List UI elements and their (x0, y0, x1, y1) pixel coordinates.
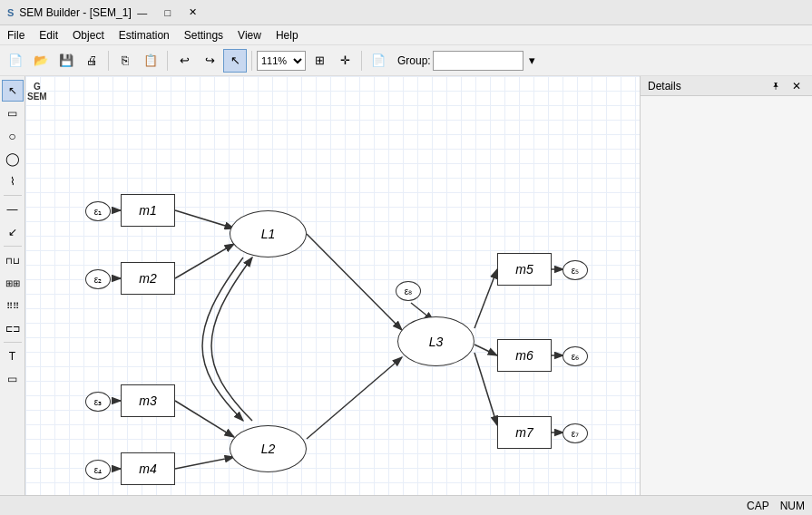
statusbar: CAP NUM (0, 495, 812, 515)
new-button[interactable]: 📄 (4, 49, 27, 73)
print-button[interactable]: 🖨 (80, 49, 103, 73)
menu-item-estimation[interactable]: Estimation (112, 25, 177, 44)
image-tool[interactable]: ▭ (2, 368, 24, 390)
node-e3[interactable]: ε₃ (85, 392, 111, 412)
toolbar-sep1 (108, 51, 109, 71)
node-m5[interactable]: m5 (497, 253, 552, 286)
node-m2[interactable]: m2 (121, 262, 175, 295)
minimize-button[interactable]: — (132, 4, 153, 22)
menu-item-file[interactable]: File (0, 25, 32, 44)
menubar: FileEditObjectEstimationSettingsViewHelp (0, 25, 812, 45)
node-m4[interactable]: m4 (121, 452, 175, 485)
split-tool[interactable]: ⊏⊐ (2, 317, 24, 339)
node-e8[interactable]: ε₈ (396, 281, 421, 301)
cap-status: CAP (747, 500, 769, 512)
rectangle-tool[interactable]: ▭ (2, 102, 24, 124)
path-tool[interactable]: ⌇ (2, 170, 24, 192)
canvas-area[interactable]: G SEM (25, 76, 640, 495)
node-m7[interactable]: m7 (497, 416, 552, 449)
details-title: Details (648, 80, 681, 92)
undo-button[interactable]: ↩ (172, 49, 196, 73)
circle-tool[interactable]: ◯ (2, 148, 24, 170)
ellipse-tool[interactable]: ○ (2, 125, 24, 147)
menu-item-help[interactable]: Help (269, 25, 306, 44)
group-dropdown[interactable]: ▾ (525, 49, 540, 73)
redo-button[interactable]: ↪ (198, 49, 221, 73)
zoom-select[interactable]: 111% 100% 75% 50% (257, 51, 306, 71)
line-tool[interactable]: — (2, 199, 24, 220)
node-L1[interactable]: L1 (230, 210, 307, 258)
title-text: SEM Builder - [SEM_1] (19, 6, 131, 19)
gsem-label: G SEM (27, 82, 47, 102)
paste-button[interactable]: 📋 (139, 49, 162, 73)
toolbar-sep2 (167, 51, 168, 71)
lt-sep1 (4, 195, 22, 196)
titlebar: S SEM Builder - [SEM_1] — □ ✕ (0, 0, 812, 25)
menu-item-edit[interactable]: Edit (32, 25, 65, 44)
node-e5[interactable]: ε₅ (563, 260, 588, 280)
app-icon: S (7, 7, 14, 18)
node-e4[interactable]: ε₄ (85, 460, 111, 480)
node-m1[interactable]: m1 (121, 194, 175, 227)
dots-tool[interactable]: ⠿⠿ (2, 295, 24, 316)
node-m3[interactable]: m3 (121, 384, 175, 417)
details-pin-button[interactable]: 🖈 (768, 81, 785, 92)
select-button[interactable]: ↖ (223, 49, 247, 73)
maximize-button[interactable]: □ (157, 4, 179, 22)
copy-button[interactable]: ⎘ (113, 49, 137, 73)
network-tool[interactable]: ⊓⊔ (2, 249, 24, 271)
cursor-tool[interactable]: ↖ (2, 80, 24, 102)
details-content (641, 96, 812, 495)
arrow-tool[interactable]: ↙ (2, 221, 24, 243)
node-L2[interactable]: L2 (230, 425, 307, 472)
lt-sep3 (4, 342, 22, 343)
open-button[interactable]: 📂 (29, 49, 53, 73)
menu-item-object[interactable]: Object (65, 25, 112, 44)
save-button[interactable]: 💾 (54, 49, 78, 73)
details-panel: Details 🖈 ✕ (640, 76, 812, 495)
details-header: Details 🖈 ✕ (641, 76, 812, 96)
node-e7[interactable]: ε₇ (563, 423, 588, 443)
node-m6[interactable]: m6 (497, 339, 552, 372)
left-toolbar: ↖ ▭ ○ ◯ ⌇ — ↙ ⊓⊔ ⊞⊞ ⠿⠿ ⊏⊐ T ▭ (0, 76, 25, 495)
properties-button[interactable]: 📄 (367, 49, 390, 73)
node-e2[interactable]: ε₂ (85, 269, 111, 289)
group-label: Group: (397, 54, 431, 67)
crosshair-button[interactable]: ✛ (333, 49, 357, 73)
grid-tool[interactable]: ⊞⊞ (2, 272, 24, 294)
node-e1[interactable]: ε₁ (85, 201, 111, 221)
toolbar: 📄 📂 💾 🖨 ⎘ 📋 ↩ ↪ ↖ 111% 100% 75% 50% ⊞ ✛ … (0, 45, 812, 76)
node-e6[interactable]: ε₆ (563, 346, 588, 366)
details-close-button[interactable]: ✕ (788, 80, 805, 92)
toolbar-sep4 (361, 51, 362, 71)
main-area: ↖ ▭ ○ ◯ ⌇ — ↙ ⊓⊔ ⊞⊞ ⠿⠿ ⊏⊐ T ▭ G SEM (0, 76, 812, 495)
menu-item-view[interactable]: View (230, 25, 269, 44)
text-tool[interactable]: T (2, 345, 24, 367)
node-L3[interactable]: L3 (397, 316, 474, 366)
close-button[interactable]: ✕ (182, 4, 204, 22)
toolbar-sep3 (251, 51, 252, 71)
lt-sep2 (4, 246, 22, 247)
group-input[interactable] (433, 51, 523, 71)
fit-button[interactable]: ⊞ (308, 49, 331, 73)
menu-item-settings[interactable]: Settings (177, 25, 230, 44)
num-status: NUM (780, 500, 805, 512)
